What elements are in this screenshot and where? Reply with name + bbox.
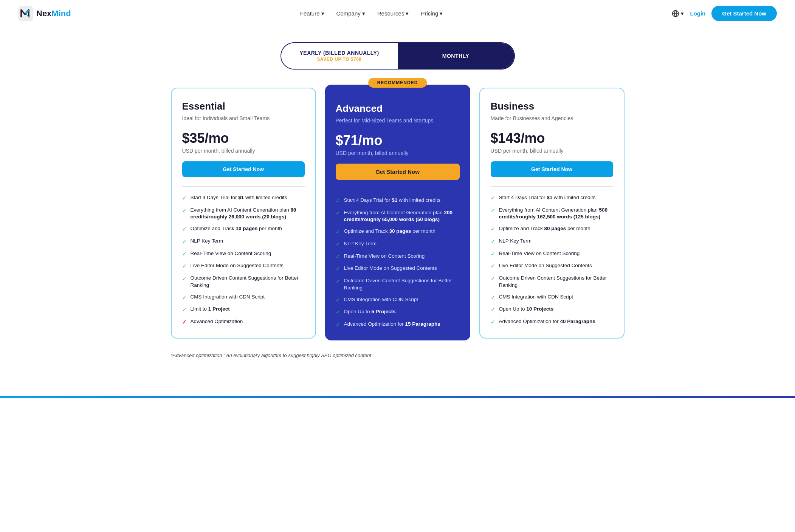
list-item: ✗ Advanced Optimization xyxy=(182,318,305,326)
list-item: ✓ Optimize and Track 80 pages per month xyxy=(491,225,613,233)
check-icon: ✓ xyxy=(336,297,340,304)
list-item: ✓ Optimize and Track 10 pages per month xyxy=(182,225,305,233)
check-icon: ✓ xyxy=(182,195,187,202)
main-content: YEARLY (BILLED ANNUALLY) SAVED UP TO $76… xyxy=(148,27,647,381)
footnote: *Advanced optimization : An evolutionary… xyxy=(171,353,625,358)
yearly-label: YEARLY (BILLED ANNUALLY) xyxy=(299,50,379,56)
essential-price: $35/mo xyxy=(182,130,305,146)
essential-features: ✓ Start 4 Days Trial for $1 with limited… xyxy=(182,194,305,326)
list-item: ✓ Open Up to 5 Projects xyxy=(336,308,460,316)
monthly-label: MONTHLY xyxy=(442,53,469,59)
advanced-card: RECOMMENDED Advanced Perfect for Mid-Siz… xyxy=(325,85,470,340)
list-item: ✓ Real-Time View on Content Scoring xyxy=(491,250,613,258)
list-item: ✓ Live Editor Mode on Suggested Contents xyxy=(491,262,613,270)
nav-company[interactable]: Company ▾ xyxy=(336,10,365,17)
check-icon: ✓ xyxy=(182,238,187,246)
logo-dark: Nex xyxy=(36,9,51,18)
nav-right: ▾ Login Get Started Now xyxy=(672,6,777,21)
pricing-grid: Essential Ideal for Individuals and Smal… xyxy=(171,88,625,340)
monthly-toggle[interactable]: MONTHLY xyxy=(398,43,514,69)
list-item: ✓ Open Up to 10 Projects xyxy=(491,306,613,314)
nav-pricing[interactable]: Pricing ▾ xyxy=(421,10,443,17)
list-item: ✓ CMS Integration with CDN Script xyxy=(336,296,460,304)
advanced-subtitle: Perfect for Mid-Sized Teams and Startups xyxy=(336,118,460,124)
list-item: ✓ Live Editor Mode on Suggested Contents xyxy=(182,262,305,270)
billing-toggle: YEARLY (BILLED ANNUALLY) SAVED UP TO $76… xyxy=(171,42,625,70)
essential-subtitle: Ideal for Individuals and Small Teams xyxy=(182,115,305,121)
check-icon: ✓ xyxy=(182,251,187,258)
business-price-note: USD per month, billed annually xyxy=(491,148,613,154)
cross-icon: ✗ xyxy=(182,319,187,326)
check-icon: ✓ xyxy=(491,294,495,302)
business-features: ✓ Start 4 Days Trial for $1 with limited… xyxy=(491,194,613,326)
advanced-cta-button[interactable]: Get Started Now xyxy=(336,164,460,180)
business-title: Business xyxy=(491,101,613,112)
logo-blue: Mind xyxy=(51,9,71,18)
advanced-price: $71/mo xyxy=(336,133,460,148)
check-icon: ✓ xyxy=(491,238,495,246)
list-item: ✓ Live Editor Mode on Suggested Contents xyxy=(336,265,460,273)
check-icon: ✓ xyxy=(182,306,187,314)
list-item: ✓ Outcome Driven Content Suggestions for… xyxy=(336,277,460,292)
business-cta-button[interactable]: Get Started Now xyxy=(491,161,613,177)
advanced-price-note: USD per month, billed annually xyxy=(336,150,460,156)
nav-feature[interactable]: Feature ▾ xyxy=(300,10,324,17)
login-link[interactable]: Login xyxy=(690,10,705,17)
check-icon: ✓ xyxy=(491,195,495,202)
list-item: ✓ NLP Key Term xyxy=(182,238,305,246)
yearly-toggle[interactable]: YEARLY (BILLED ANNUALLY) SAVED UP TO $76… xyxy=(281,43,398,69)
check-icon: ✓ xyxy=(182,275,187,283)
essential-price-note: USD per month, billed annually xyxy=(182,148,305,154)
list-item: ✓ Advanced Optimization for 15 Paragraph… xyxy=(336,321,460,329)
list-item: ✓ Outcome Driven Content Suggestions for… xyxy=(182,275,305,289)
yearly-savings: SAVED UP TO $768 xyxy=(317,57,361,62)
toggle-wrapper: YEARLY (BILLED ANNUALLY) SAVED UP TO $76… xyxy=(280,42,515,70)
advanced-features: ✓ Start 4 Days Trial for $1 with limited… xyxy=(336,197,460,328)
recommended-badge: RECOMMENDED xyxy=(368,78,427,88)
check-icon: ✓ xyxy=(336,197,340,205)
check-icon: ✓ xyxy=(336,241,340,248)
check-icon: ✓ xyxy=(336,253,340,261)
check-icon: ✓ xyxy=(491,263,495,270)
nav-cta-button[interactable]: Get Started Now xyxy=(711,6,777,21)
list-item: ✓ Limit to 1 Project xyxy=(182,306,305,314)
nav-links: Feature ▾ Company ▾ Resources ▾ Pricing … xyxy=(300,10,443,17)
check-icon: ✓ xyxy=(491,306,495,314)
check-icon: ✓ xyxy=(336,278,340,285)
check-icon: ✓ xyxy=(491,251,495,258)
bottom-strip xyxy=(0,396,795,398)
essential-card: Essential Ideal for Individuals and Smal… xyxy=(171,88,316,339)
list-item: ✓ CMS Integration with CDN Script xyxy=(182,294,305,302)
check-icon: ✓ xyxy=(491,207,495,215)
check-icon: ✓ xyxy=(182,207,187,215)
language-selector[interactable]: ▾ xyxy=(672,10,684,17)
check-icon: ✓ xyxy=(336,228,340,236)
nav-resources[interactable]: Resources ▾ xyxy=(377,10,409,17)
list-item: ✓ NLP Key Term xyxy=(491,238,613,246)
check-icon: ✓ xyxy=(182,226,187,233)
business-price: $143/mo xyxy=(491,130,613,146)
list-item: ✓ Start 4 Days Trial for $1 with limited… xyxy=(182,194,305,202)
business-divider xyxy=(491,186,613,187)
check-icon: ✓ xyxy=(336,321,340,329)
list-item: ✓ Everything from AI Content Generation … xyxy=(182,207,305,221)
check-icon: ✓ xyxy=(491,275,495,283)
essential-divider xyxy=(182,186,305,187)
check-icon: ✓ xyxy=(491,226,495,233)
essential-title: Essential xyxy=(182,101,305,112)
check-icon: ✓ xyxy=(182,294,187,302)
list-item: ✓ Advanced Optimization for 40 Paragraph… xyxy=(491,318,613,326)
logo[interactable]: NexMind xyxy=(18,6,71,21)
list-item: ✓ Real-Time View on Content Scoring xyxy=(336,253,460,261)
check-icon: ✓ xyxy=(182,263,187,270)
navbar: NexMind Feature ▾ Company ▾ Resources ▾ … xyxy=(0,0,795,27)
list-item: ✓ Outcome Driven Content Suggestions for… xyxy=(491,275,613,289)
essential-cta-button[interactable]: Get Started Now xyxy=(182,161,305,177)
check-icon: ✓ xyxy=(336,309,340,316)
check-icon: ✓ xyxy=(336,265,340,273)
list-item: ✓ Start 4 Days Trial for $1 with limited… xyxy=(491,194,613,202)
business-subtitle: Made for Businesses and Agencies xyxy=(491,115,613,121)
business-card: Business Made for Businesses and Agencie… xyxy=(479,88,625,339)
check-icon: ✓ xyxy=(336,210,340,217)
list-item: ✓ Everything from AI Content Generation … xyxy=(491,207,613,221)
